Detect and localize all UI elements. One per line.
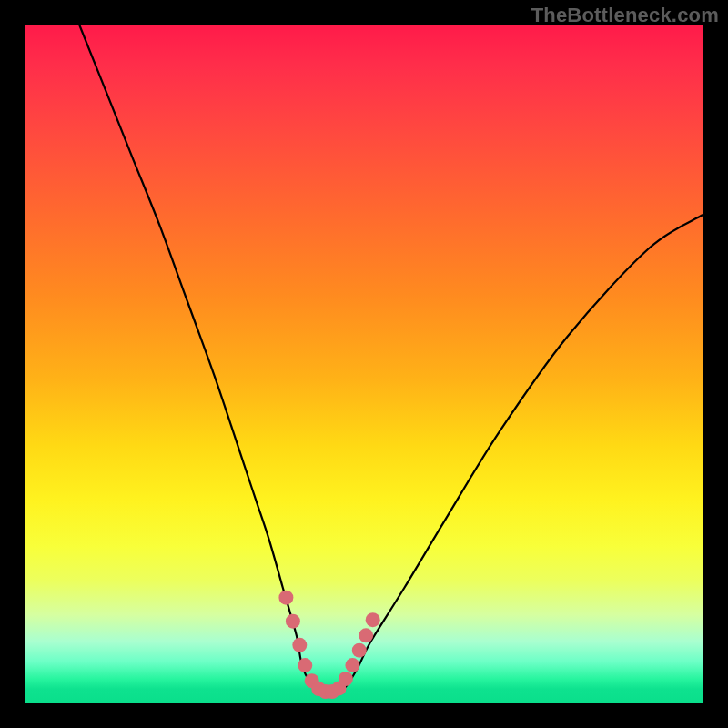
- optimal-marker-dot: [278, 591, 293, 605]
- watermark-text: TheBottleneck.com: [531, 4, 719, 27]
- curve-svg: [25, 25, 703, 703]
- optimal-marker-dot: [339, 672, 353, 686]
- optimal-marker-dot: [286, 614, 300, 629]
- optimal-marker-dot: [298, 658, 312, 672]
- chart-frame: TheBottleneck.com: [0, 0, 728, 728]
- optimal-region-markers: [278, 591, 379, 699]
- optimal-marker-dot: [366, 612, 380, 627]
- plot-area: [25, 25, 703, 703]
- optimal-marker-dot: [359, 628, 373, 642]
- optimal-marker-dot: [345, 658, 359, 672]
- bottleneck-curve: [80, 25, 703, 693]
- optimal-marker-dot: [292, 638, 307, 652]
- optimal-marker-dot: [352, 643, 367, 658]
